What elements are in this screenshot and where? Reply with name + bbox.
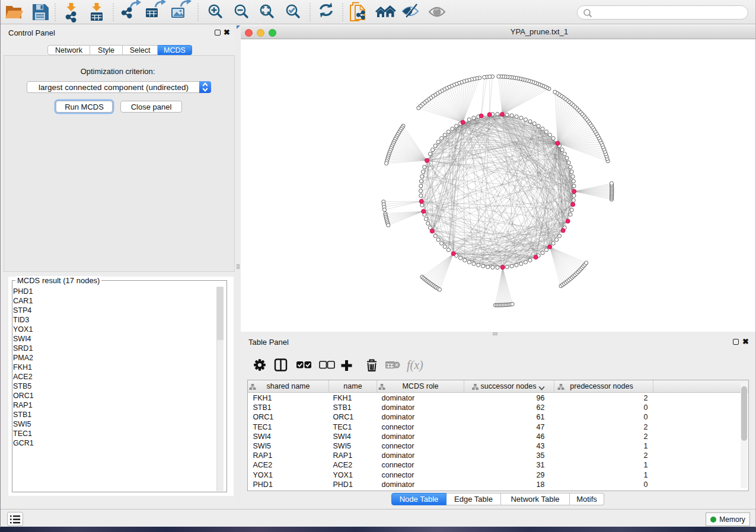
svg-text:f(x): f(x) [407, 358, 423, 372]
